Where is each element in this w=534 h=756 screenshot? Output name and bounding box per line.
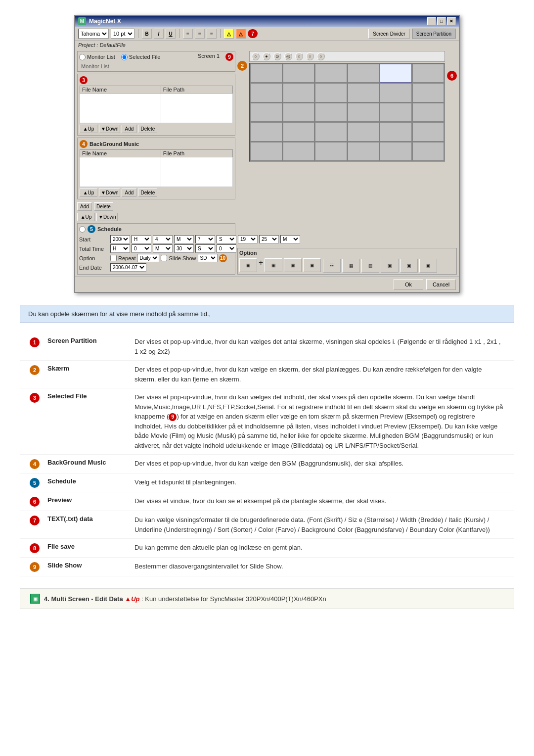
circle-btn-1[interactable]: ○ [252, 52, 260, 60]
option-btn-6[interactable]: ▦ [342, 259, 360, 273]
option-btn-3[interactable]: ▣ [284, 258, 302, 272]
start-m-select[interactable]: M [174, 235, 194, 243]
cell-1-4[interactable] [380, 83, 412, 102]
cell-3-4[interactable] [380, 122, 412, 141]
total-0h-select[interactable]: 0 [132, 244, 151, 253]
cell-0-2[interactable] [315, 64, 347, 83]
schedule-enddate-row: End Date 2006.04.07 [79, 263, 233, 272]
option-btn-1[interactable]: ▣ [239, 258, 257, 272]
ok-button[interactable]: Ok [394, 279, 423, 290]
up-button-bg[interactable]: ▲Up [80, 189, 97, 197]
total-0s-select[interactable]: 0 [217, 244, 236, 253]
cell-4-5[interactable] [412, 142, 445, 161]
font-select[interactable]: Tahoma [78, 29, 109, 39]
cell-0-1[interactable] [283, 64, 315, 83]
cell-2-3[interactable] [348, 103, 380, 122]
close-button[interactable]: ✕ [447, 17, 456, 25]
cell-1-0[interactable] [250, 83, 282, 102]
schedule-radio-input[interactable] [79, 226, 86, 233]
cell-0-5[interactable] [412, 64, 445, 83]
start-s-select[interactable]: S [217, 235, 236, 243]
cell-0-3[interactable] [348, 64, 380, 83]
start-h-select[interactable]: H [132, 235, 151, 243]
cell-4-2[interactable] [315, 142, 347, 161]
delete-monitor-button[interactable]: Delete [94, 202, 113, 211]
monitor-list-radio[interactable]: Monitor List [79, 53, 115, 61]
add-button-files[interactable]: Add [122, 125, 136, 133]
slide-show-select[interactable]: SD [198, 254, 218, 262]
color-button-2[interactable]: △ [236, 29, 246, 39]
up-button-files[interactable]: ▲Up [80, 125, 97, 133]
selected-file-radio-input[interactable] [121, 54, 128, 60]
align-center-button[interactable]: ≡ [195, 29, 205, 39]
start-4-select[interactable]: 4 [153, 235, 173, 243]
add-monitor-button[interactable]: Add [77, 202, 92, 211]
cell-4-0[interactable] [250, 142, 282, 161]
start-year-select[interactable]: 2006 [110, 235, 130, 243]
cell-3-5[interactable] [412, 122, 445, 141]
cell-1-2[interactable] [315, 83, 347, 102]
align-right-button[interactable]: ≡ [207, 29, 217, 39]
repeat-checkbox[interactable] [110, 255, 117, 261]
total-m-select[interactable]: M [153, 244, 173, 253]
up-monitor-button[interactable]: ▲Up [77, 213, 95, 221]
cell-2-4[interactable] [380, 103, 412, 122]
circle-btn-6[interactable]: ○ [306, 52, 314, 60]
cell-1-3[interactable] [348, 83, 380, 102]
total-30-select[interactable]: 30 [174, 244, 194, 253]
app-icon: M [78, 17, 86, 25]
cell-4-4[interactable] [380, 142, 412, 161]
down-button-bg[interactable]: ▼Down [99, 189, 120, 197]
end-date-select[interactable]: 2006.04.07 [110, 263, 146, 272]
selected-file-radio[interactable]: Selected File [121, 53, 161, 61]
option-btn-2[interactable]: ▣ [265, 258, 282, 272]
cell-3-0[interactable] [250, 122, 282, 141]
option-btn-4[interactable]: ▣ [303, 258, 321, 272]
cell-2-5[interactable] [412, 103, 445, 122]
circle-btn-7[interactable]: ○ [317, 52, 325, 60]
screen-partition-button[interactable]: Screen Partition [412, 29, 456, 39]
cell-3-1[interactable] [283, 122, 315, 141]
cell-2-0[interactable] [250, 103, 282, 122]
option-btn-5[interactable]: ☷ [323, 259, 341, 273]
circle-btn-3[interactable]: ⊙ [273, 52, 281, 60]
cell-1-5[interactable] [412, 83, 445, 102]
cell-2-1[interactable] [283, 103, 315, 122]
screen-divider-button[interactable]: Screen Divider [368, 29, 410, 39]
cell-0-0[interactable] [250, 64, 282, 83]
down-monitor-button[interactable]: ▼Down [96, 213, 118, 221]
cell-3-2[interactable] [315, 122, 347, 141]
color-button-1[interactable]: △ [224, 29, 234, 39]
cancel-button[interactable]: Cancel [426, 279, 456, 290]
cell-0-4[interactable] [380, 64, 412, 83]
cell-3-3[interactable] [348, 122, 380, 141]
option-btn-7[interactable]: ▥ [361, 259, 379, 273]
cell-2-2[interactable] [315, 103, 347, 122]
cell-4-3[interactable] [348, 142, 380, 161]
italic-button[interactable]: I [154, 29, 164, 39]
total-h-select[interactable]: H [110, 244, 130, 253]
option-btn-8[interactable]: ▣ [381, 259, 399, 273]
add-button-bg[interactable]: Add [122, 189, 136, 197]
cell-4-1[interactable] [283, 142, 315, 161]
circle-btn-5[interactable]: ○ [295, 52, 303, 60]
total-s-select[interactable]: S [195, 244, 215, 253]
daily-select[interactable]: Daily [137, 254, 159, 262]
circle-btn-2[interactable]: ● [263, 52, 270, 60]
minimize-button[interactable]: _ [427, 17, 436, 25]
option-btn-10[interactable]: ▣ [419, 259, 437, 273]
delete-button-bg[interactable]: Delete [138, 189, 157, 197]
delete-button-files[interactable]: Delete [138, 125, 157, 133]
bold-button[interactable]: B [142, 29, 152, 39]
monitor-list-radio-input[interactable] [79, 54, 86, 60]
cell-1-1[interactable] [283, 83, 315, 102]
restore-button[interactable]: □ [437, 17, 446, 25]
down-button-files[interactable]: ▼Down [99, 125, 120, 133]
start-7-select[interactable]: 7 [195, 235, 215, 243]
circle-btn-4[interactable]: ◎ [284, 52, 292, 60]
size-select[interactable]: 10 pt [111, 29, 134, 39]
slide-show-checkbox[interactable] [161, 255, 167, 261]
align-left-button[interactable]: ≡ [183, 29, 193, 39]
option-btn-9[interactable]: ▣ [400, 259, 418, 273]
underline-button[interactable]: U [166, 29, 176, 39]
